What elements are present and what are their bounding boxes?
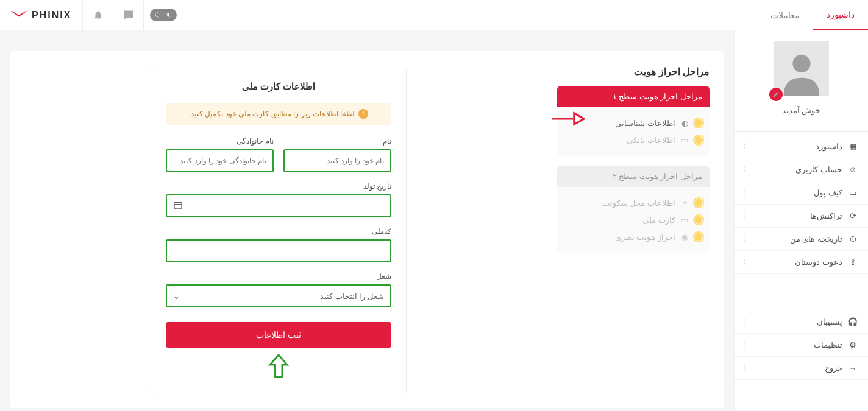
stage-label: اطلاعات محل سکونت <box>602 198 675 208</box>
welcome-text: خوش آمدید <box>782 106 821 115</box>
avatar-edit-button[interactable] <box>769 88 783 101</box>
sidebar: خوش آمدید ▦ داشبورد 〈 ☺ حساب کاربری 〈 ▭ … <box>734 30 868 411</box>
stage-header-1: مراحل احراز هویت سطح ۱ <box>557 86 710 107</box>
sidebar-item-account[interactable]: ☺ حساب کاربری 〈 <box>735 158 868 181</box>
stage-label: کارت ملی <box>642 216 675 225</box>
sidebar-item-label: حساب کاربری <box>750 165 846 174</box>
user-icon: ☺ <box>846 165 859 174</box>
info-text: لطفا اطلاعات زیر را مطابق کارت ملی خود ت… <box>189 110 355 118</box>
sidebar-item-transactions[interactable]: ⟳ تراکنش‌ها 〈 <box>735 205 868 228</box>
sidebar-item-label: تنظیمات <box>750 340 846 350</box>
stage-level-1: مراحل احراز هویت سطح ۱ ◐ اطلاعات شناسایی… <box>557 86 710 156</box>
stage-item-national-card[interactable]: ▭ کارت ملی <box>563 211 703 228</box>
svg-rect-1 <box>174 202 182 209</box>
status-dot-icon <box>694 198 703 208</box>
logo[interactable]: PHINIX <box>0 0 83 30</box>
bank-icon: ▭ <box>680 136 689 145</box>
logo-text: PHINIX <box>32 10 71 21</box>
gear-icon: ⚙ <box>846 340 859 350</box>
annotation-arrow-red <box>551 111 585 127</box>
first-name-label: نام <box>283 137 391 146</box>
sidebar-item-logout[interactable]: → خروج 〈 <box>735 357 868 380</box>
sidebar-item-label: دعوت دوستان <box>750 258 846 267</box>
stage-label: احراز هویت بصری <box>615 233 675 242</box>
chevron-left-icon: 〈 <box>743 165 750 174</box>
status-dot-icon <box>694 135 703 145</box>
theme-toggle[interactable]: ☀ ☾ <box>150 9 177 21</box>
chevron-left-icon: 〈 <box>743 364 750 373</box>
job-select[interactable]: شغل را انتخاب کنید ⌄ <box>166 284 391 307</box>
nav-tab-trades[interactable]: معاملات <box>757 0 813 30</box>
last-name-label: نام خانوادگی <box>166 137 274 146</box>
wallet-icon: ▭ <box>846 188 859 197</box>
sidebar-item-settings[interactable]: ⚙ تنظیمات 〈 <box>735 334 868 357</box>
sidebar-item-dashboard[interactable]: ▦ داشبورد 〈 <box>735 135 868 158</box>
form-title: اطلاعات کارت ملی <box>166 81 391 92</box>
sidebar-item-label: خروج <box>750 364 846 373</box>
chat-icon[interactable] <box>113 0 144 30</box>
first-name-input[interactable] <box>283 149 391 172</box>
sidebar-item-wallet[interactable]: ▭ کیف پول 〈 <box>735 181 868 205</box>
chevron-left-icon: 〈 <box>743 211 750 220</box>
chevron-left-icon: 〈 <box>743 258 750 267</box>
moon-icon: ☾ <box>155 10 162 19</box>
stage-item-address[interactable]: ⌖ اطلاعات محل سکونت <box>563 194 703 211</box>
clock-icon: ⏲ <box>846 234 859 244</box>
warning-icon: ! <box>358 109 368 119</box>
card-icon: ▭ <box>680 216 689 225</box>
sidebar-item-label: تاریخچه های من <box>750 234 846 244</box>
national-id-form: اطلاعات کارت ملی ! لطفا اطلاعات زیر را م… <box>151 66 407 393</box>
bell-icon[interactable] <box>83 0 113 30</box>
svg-point-0 <box>792 55 810 72</box>
topbar: داشبورد معاملات ☀ ☾ PHINIX <box>0 0 868 30</box>
chevron-left-icon: 〈 <box>743 142 750 151</box>
job-select-text: شغل را انتخاب کنید <box>180 292 384 301</box>
logout-icon: → <box>846 364 859 373</box>
sun-icon: ☀ <box>165 10 172 19</box>
job-label: شغل <box>166 272 391 281</box>
content-card: مراحل احراز هویت مراحل احراز هویت سطح ۱ … <box>10 51 724 408</box>
sidebar-item-support[interactable]: 🎧 پشتیبان 〈 <box>735 311 868 334</box>
submit-button[interactable]: ثبت اطلاعات <box>166 322 391 348</box>
location-icon: ⌖ <box>680 198 689 208</box>
stage-level-2: مراحل احراز هویت سطح ۲ ⌖ اطلاعات محل سکو… <box>557 166 710 253</box>
stages-title: مراحل احراز هویت <box>557 66 710 77</box>
camera-icon: ◉ <box>680 233 689 242</box>
grid-icon: ▦ <box>846 142 859 151</box>
sidebar-item-label: پشتیبان <box>750 317 846 326</box>
calendar-icon <box>173 200 183 212</box>
birth-date-input[interactable] <box>166 194 391 217</box>
sidebar-item-label: داشبورد <box>750 142 846 151</box>
national-id-label: کدملی <box>166 227 391 236</box>
stage-label: اطلاعات شناسایی <box>615 119 675 128</box>
stage-item-visual-kyc[interactable]: ◉ احراز هویت بصری <box>563 228 703 245</box>
annotation-arrow-green <box>166 354 391 378</box>
info-banner: ! لطفا اطلاعات زیر را مطابق کارت ملی خود… <box>166 103 391 125</box>
last-name-input[interactable] <box>166 149 274 172</box>
sidebar-item-invite[interactable]: ⇪ دعوت دوستان 〈 <box>735 251 868 274</box>
sidebar-item-history[interactable]: ⏲ تاریخچه های من 〈 <box>735 228 868 251</box>
status-dot-icon <box>694 215 703 225</box>
chevron-left-icon: 〈 <box>743 188 750 197</box>
logo-icon <box>11 11 27 19</box>
share-icon: ⇪ <box>846 258 859 267</box>
id-icon: ◐ <box>680 119 689 128</box>
chevron-left-icon: 〈 <box>743 317 750 326</box>
stage-label: اطلاعات بانکی <box>627 136 675 145</box>
avatar <box>774 41 829 96</box>
stage-item-bank[interactable]: ▭ اطلاعات بانکی <box>563 132 703 149</box>
status-dot-icon <box>694 118 703 128</box>
status-dot-icon <box>694 232 703 242</box>
birth-date-label: تاریخ تولد <box>166 182 391 191</box>
sidebar-item-label: تراکنش‌ها <box>750 211 846 220</box>
refresh-icon: ⟳ <box>846 211 859 220</box>
chevron-left-icon: 〈 <box>743 340 750 350</box>
stage-header-2: مراحل احراز هویت سطح ۲ <box>557 166 710 187</box>
support-icon: 🎧 <box>846 317 859 326</box>
chevron-down-icon: ⌄ <box>173 292 180 301</box>
nav-tab-dashboard[interactable]: داشبورد <box>813 0 868 30</box>
chevron-left-icon: 〈 <box>743 234 750 244</box>
national-id-input[interactable] <box>166 239 391 262</box>
sidebar-item-label: کیف پول <box>750 188 846 197</box>
